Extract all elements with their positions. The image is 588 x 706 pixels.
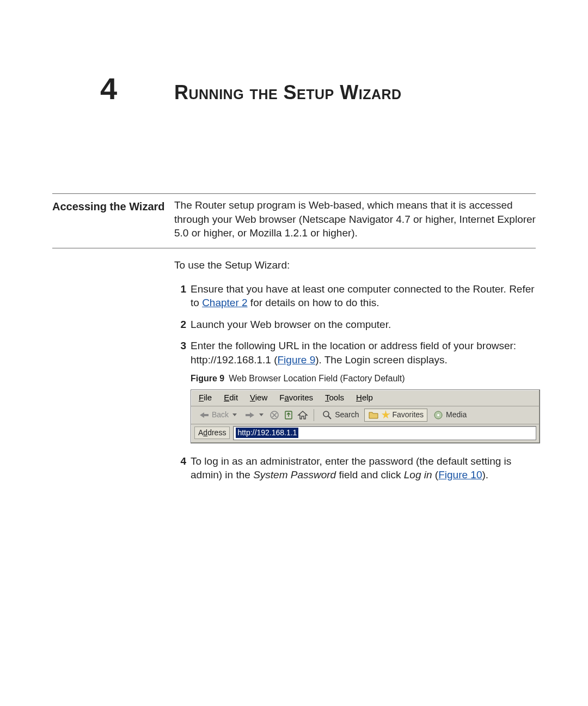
side-spacer <box>52 258 174 259</box>
search-label: Search <box>335 410 359 420</box>
default-password: admin <box>191 469 219 480</box>
step4-text-a: To log in as an administrator, enter the… <box>191 455 511 467</box>
section-heading: Accessing the Wizard <box>52 198 174 214</box>
search-button[interactable]: Search <box>320 409 361 421</box>
divider-bottom <box>52 248 536 248</box>
search-icon <box>322 410 333 421</box>
menu-view[interactable]: View <box>250 392 267 403</box>
favorites-folder-icon <box>368 410 379 421</box>
media-button[interactable]: Media <box>431 409 469 421</box>
address-value: http://192.168.1.1 <box>236 428 298 438</box>
forward-dropdown-icon <box>259 413 264 416</box>
section-body-row: To use the Setup Wizard: 1 Ensure that y… <box>52 258 536 490</box>
chapter-header: 4 Running the Setup Wizard <box>52 71 536 106</box>
step-4: 4 To log in as an administrator, enter t… <box>174 454 540 482</box>
step-body: Ensure that you have at least one comput… <box>191 282 540 310</box>
figure-9-link[interactable]: Figure 9 <box>278 354 316 366</box>
system-password-field-name: System Password <box>253 469 336 480</box>
menu-help[interactable]: Help <box>356 392 373 403</box>
step4-text-b: ) in the <box>219 469 253 480</box>
body-column: To use the Setup Wizard: 1 Ensure that y… <box>174 258 540 490</box>
step4-text-c: field and click <box>336 469 404 480</box>
step-body: Launch your Web browser on the computer. <box>191 318 540 332</box>
page: 4 Running the Setup Wizard Accessing the… <box>0 0 588 706</box>
chapter-number: 4 <box>52 71 174 106</box>
address-input[interactable]: http://192.168.1.1 <box>233 426 536 440</box>
favorites-button[interactable]: Favorites <box>364 409 427 422</box>
tool-bar: Back <box>191 406 540 424</box>
step4-text-e: ). <box>482 469 488 480</box>
stop-icon[interactable] <box>269 410 280 421</box>
back-label: Back <box>212 410 229 420</box>
back-dropdown-icon <box>232 413 237 416</box>
menu-favorites[interactable]: Favorites <box>279 392 313 403</box>
back-arrow-icon <box>199 410 210 421</box>
figure-title: Web Browser Location Field (Factory Defa… <box>229 374 405 383</box>
address-label: Address <box>194 427 230 439</box>
figure-caption: Figure 9Web Browser Location Field (Fact… <box>191 373 540 385</box>
toolbar-separator <box>314 409 314 421</box>
lead-paragraph: To use the Setup Wizard: <box>174 258 540 272</box>
router-url: http://192.168.1.1 <box>191 354 271 366</box>
step-number: 3 <box>174 339 186 367</box>
media-icon <box>433 410 444 421</box>
menu-tools[interactable]: Tools <box>325 392 344 403</box>
svg-point-4 <box>323 411 329 417</box>
address-bar: Address http://192.168.1.1 <box>191 424 540 443</box>
forward-arrow-icon <box>244 410 255 421</box>
back-button[interactable]: Back <box>197 409 239 421</box>
forward-button[interactable] <box>242 409 266 421</box>
favorites-label: Favorites <box>392 410 424 420</box>
menu-bar: File Edit View Favorites Tools Help <box>191 390 540 406</box>
chapter-title: Running the Setup Wizard <box>174 81 402 104</box>
section-intro-row: Accessing the Wizard The Router setup pr… <box>52 198 536 240</box>
figure-10-link[interactable]: Figure 10 <box>438 469 482 480</box>
step-number: 2 <box>174 318 186 332</box>
step-body: To log in as an administrator, enter the… <box>191 454 540 482</box>
intro-paragraph: The Router setup program is Web-based, w… <box>174 198 536 240</box>
menu-edit[interactable]: Edit <box>224 392 238 403</box>
step-3: 3 Enter the following URL in the locatio… <box>174 339 540 367</box>
divider-top <box>52 193 536 194</box>
step-number: 1 <box>174 282 186 310</box>
media-label: Media <box>446 410 467 420</box>
menu-file[interactable]: File <box>199 392 212 403</box>
step3-text-a: Enter the following URL in the location … <box>191 340 516 351</box>
refresh-icon[interactable] <box>283 410 294 421</box>
step-number: 4 <box>174 454 186 482</box>
login-button-name: Log in <box>404 469 432 480</box>
step4-text-d: ( <box>432 469 439 480</box>
step1-text-b: for details on how to do this. <box>248 297 379 308</box>
step-1: 1 Ensure that you have at least one comp… <box>174 282 540 310</box>
svg-point-7 <box>437 414 439 416</box>
chapter-2-link[interactable]: Chapter 2 <box>202 297 247 308</box>
home-icon[interactable] <box>297 410 308 421</box>
step-body: Enter the following URL in the location … <box>191 339 540 367</box>
browser-screenshot: File Edit View Favorites Tools Help Back <box>191 389 540 443</box>
star-icon <box>381 411 390 419</box>
step3-text-b: ( <box>271 354 278 366</box>
step-2: 2 Launch your Web browser on the compute… <box>174 318 540 332</box>
step3-text-c: ). The Login screen displays. <box>315 354 448 366</box>
figure-label: Figure 9 <box>191 374 224 383</box>
svg-line-5 <box>328 416 331 419</box>
